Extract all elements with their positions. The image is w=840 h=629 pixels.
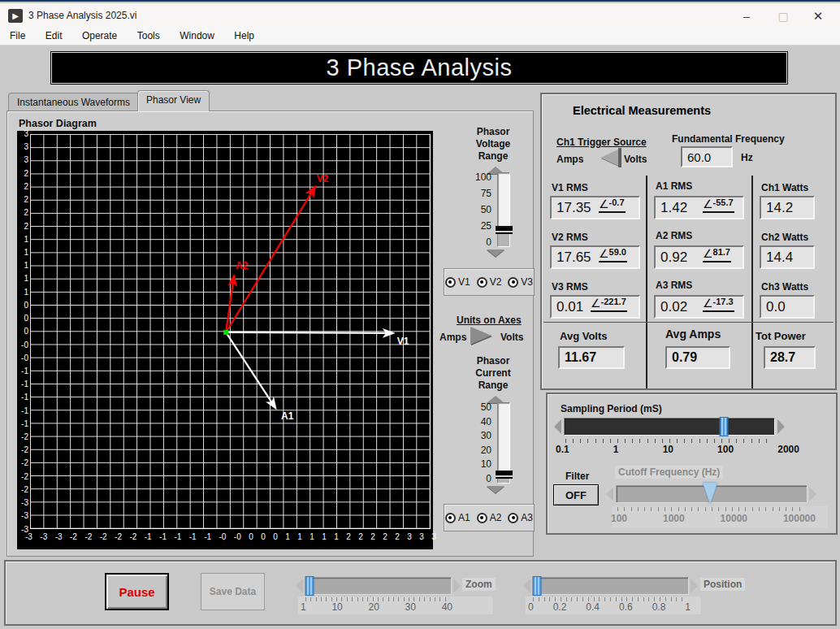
slider-right-arrow[interactable]	[777, 419, 785, 434]
zoom-slider-track[interactable]	[305, 577, 452, 595]
a3-rms-indicator: 0.02 ∠-17.3	[654, 295, 744, 319]
menu-tools[interactable]: Tools	[129, 28, 168, 44]
voltage-channel-group: V1V2V3	[444, 268, 535, 296]
phasor-vector-a1	[226, 332, 275, 408]
ch1-watts-indicator: 14.2	[760, 196, 815, 219]
cutoff-frequency-label: Cutoff Frequency (Hz)	[615, 466, 723, 479]
slider-tick-label: 100	[475, 172, 491, 182]
radio-a2[interactable]: A2	[477, 512, 502, 523]
measurements-title: Electrical Measurements	[573, 104, 711, 117]
maximize-button[interactable]: ▢	[771, 7, 795, 26]
save-data-button[interactable]: Save Data	[201, 573, 265, 610]
row-divider	[543, 322, 834, 323]
x-axis-tick-label: 1	[297, 532, 302, 542]
y-axis-tick-label: -1	[21, 420, 28, 428]
position-slider-handle[interactable]	[532, 576, 541, 596]
close-button[interactable]: ✕	[806, 7, 830, 26]
menu-help[interactable]: Help	[226, 28, 262, 44]
radio-v3[interactable]: V3	[508, 276, 533, 288]
tab-phasor-view[interactable]: Phasor View	[137, 90, 210, 111]
menu-window[interactable]: Window	[171, 28, 223, 44]
banner-title: 3 Phase Analysis	[327, 54, 513, 81]
fundamental-frequency-value: 60.0	[687, 150, 711, 164]
x-axis-tick-label: 0	[261, 532, 266, 542]
slider-left-arrow[interactable]	[523, 579, 530, 593]
y-axis-tick-label: 3	[24, 143, 28, 151]
zoom-caption: Zoom	[462, 578, 496, 591]
radio-a3[interactable]: A3	[508, 512, 533, 523]
x-axis-tick-label: 1	[310, 532, 314, 542]
avg-volts-indicator: 11.67	[558, 346, 625, 369]
position-tick-labels: 00.20.40.60.81	[528, 601, 691, 613]
current-range-track[interactable]	[497, 402, 510, 484]
a1-rms-label: A1 RMS	[656, 180, 692, 192]
cutoff-slider-handle[interactable]	[703, 483, 717, 504]
slider-right-arrow[interactable]	[453, 579, 461, 593]
angle-icon: ∠	[599, 197, 609, 210]
zoom-slider-handle[interactable]	[305, 576, 314, 596]
radio-v1[interactable]: V1	[445, 276, 470, 288]
x-axis-tick-label: -2	[100, 532, 107, 542]
slider-left-arrow[interactable]	[606, 487, 613, 501]
sampling-slider-handle[interactable]	[720, 417, 729, 436]
trigger-toggle-handle[interactable]	[618, 148, 621, 167]
units-toggle-switch[interactable]	[470, 327, 491, 345]
voltage-range-track[interactable]	[497, 172, 510, 247]
voltage-range-handle[interactable]	[496, 226, 513, 234]
y-axis-tick-label: 0	[24, 301, 28, 310]
slider-tick-label: 10	[481, 459, 491, 469]
phasor-vector-v1	[226, 332, 393, 333]
a1-angle-value: -55.7	[713, 197, 734, 207]
radio-button-icon	[445, 277, 456, 288]
pause-button[interactable]: Pause	[105, 573, 169, 610]
sampling-tick-labels: 0.11101002000	[556, 444, 799, 455]
radio-v2[interactable]: V2	[477, 276, 502, 288]
slider-decrement-arrow[interactable]	[487, 486, 504, 493]
x-axis-tick-label: 0	[249, 532, 253, 542]
v3-rms-value: 0.01	[556, 299, 583, 315]
menu-operate[interactable]: Operate	[74, 28, 125, 44]
trigger-volts-label: Volts	[624, 154, 647, 165]
current-range-handle[interactable]	[496, 471, 513, 479]
avg-amps-label: Avg Amps	[665, 328, 721, 341]
slider-left-arrow[interactable]	[554, 419, 561, 434]
phasor-plot-area[interactable]: V1V2A2A1	[30, 134, 431, 529]
tick-label: 100000	[783, 513, 816, 524]
tick-label: 100	[717, 444, 734, 455]
sampling-period-label: Sampling Period (mS)	[561, 403, 662, 414]
menu-edit[interactable]: Edit	[37, 28, 71, 44]
slider-tick-label: 75	[481, 189, 491, 198]
x-axis-tick-label: -2	[129, 532, 136, 542]
cutoff-slider-track[interactable]	[616, 485, 808, 503]
a2-rms-value: 0.92	[660, 249, 687, 266]
y-axis-tick-label: 1	[24, 236, 28, 244]
y-axis-tick-label: -1	[21, 407, 28, 415]
menu-file[interactable]: File	[2, 28, 33, 44]
y-axis-tick-label: 0	[24, 314, 28, 323]
y-axis-tick-label: 2	[24, 196, 28, 204]
sampling-panel: Sampling Period (mS) 0.11101002000 Filte…	[546, 393, 838, 535]
title-bar[interactable]: ▶ 3 Phase Analysis 2025.vi – ▢ ✕	[0, 3, 840, 28]
v3-angle-value: -221.7	[601, 297, 626, 306]
filter-off-button[interactable]: OFF	[553, 484, 599, 505]
slider-decrement-arrow[interactable]	[487, 249, 504, 257]
angle-icon: ∠	[591, 297, 601, 310]
tot-power-indicator: 28.7	[764, 346, 816, 369]
position-slider-track[interactable]	[533, 577, 689, 595]
cutoff-tick-labels: 100100010000100000	[611, 513, 816, 524]
sampling-slider-track[interactable]	[564, 418, 775, 436]
slider-right-arrow[interactable]	[809, 487, 816, 501]
tab-instantaneous-waveforms[interactable]: Instantaneous Waveforms	[8, 93, 139, 111]
x-axis-tick-label: -1	[204, 532, 211, 542]
minimize-button[interactable]: –	[734, 7, 759, 26]
slider-left-arrow[interactable]	[296, 579, 303, 593]
y-axis-tick-label: -1	[21, 367, 28, 375]
ch3-watts-value: 0.0	[766, 299, 786, 315]
angle-icon: ∠	[703, 297, 713, 310]
slider-right-arrow[interactable]	[691, 579, 698, 593]
radio-a1[interactable]: A1	[445, 512, 470, 523]
x-axis-tick-label: -1	[159, 532, 167, 542]
trigger-toggle-switch[interactable]	[600, 150, 618, 166]
x-axis-tick-label: 1	[322, 532, 327, 542]
app-window: ▶ 3 Phase Analysis 2025.vi – ▢ ✕ File Ed…	[0, 0, 840, 629]
